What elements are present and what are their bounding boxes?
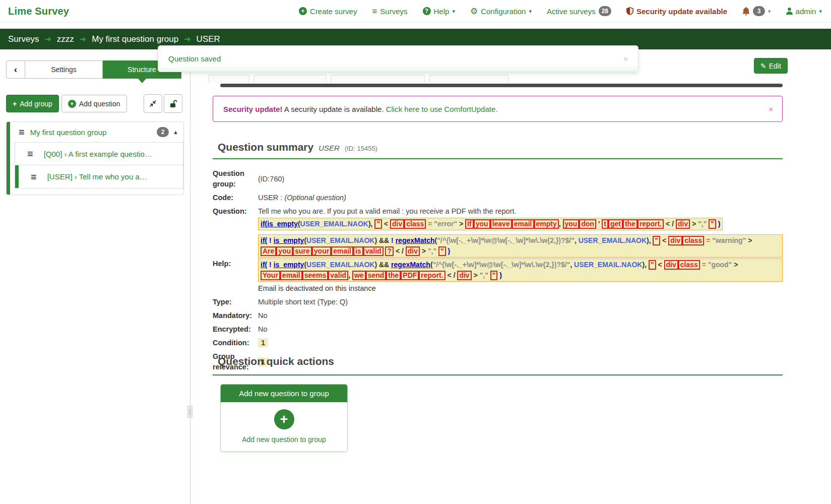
expression-token: email [280, 271, 302, 280]
question-id: (ID: 15455) [345, 145, 377, 152]
horizontal-scrollbar[interactable] [220, 84, 783, 87]
expression-token: send [366, 271, 387, 280]
hidden-tab[interactable] [429, 75, 509, 83]
expression-help-good: if( ! is_empty(USER_EMAIL.NAOK) && regex… [258, 259, 783, 282]
add-question-card-link[interactable]: Add new question to group [242, 435, 326, 444]
notification-count-badge: 3 [753, 6, 765, 16]
field-code: Code: USER : (Optional question) [213, 193, 783, 203]
expression-token: "warning" [712, 236, 746, 244]
field-condition: Condition: 1 [213, 338, 783, 348]
tree-group-row[interactable]: ≡ My first question group 2 ▲ [7, 122, 183, 142]
add-group-label: Add group [20, 100, 52, 108]
chevron-up-icon[interactable]: ▲ [173, 129, 178, 135]
nav-security-update-label: Security update available [636, 7, 727, 16]
field-type: Type: Multiple short text (Type: Q) [213, 297, 783, 307]
unlock-button[interactable] [164, 94, 182, 113]
breadcrumb-surveys[interactable]: Surveys [8, 34, 39, 44]
expression-token: don [579, 219, 596, 229]
expression-question: if(is_empty(USER_EMAIL.NAOK), " < divcla… [258, 218, 723, 230]
expression-token: , [570, 261, 572, 269]
expression-token: && [379, 236, 389, 244]
field-label: Question group: [213, 168, 258, 190]
expression-token: = [428, 220, 432, 228]
sidebar-resize-handle[interactable]: ⋮ [187, 406, 193, 418]
add-question-label: Add question [79, 100, 120, 108]
breadcrumb-survey-title[interactable]: zzzz [57, 34, 74, 44]
nav-help[interactable]: ? Help ▾ [423, 7, 455, 16]
hidden-tab[interactable] [331, 75, 425, 83]
expression-help-warning: if( ! is_empty(USER_EMAIL.NAOK) && ! reg… [258, 234, 783, 258]
nav-create-survey[interactable]: + Create survey [299, 7, 357, 16]
expression-token: div [676, 219, 690, 229]
expression-token: is [353, 246, 363, 256]
expression-token: , [559, 220, 561, 228]
drag-handle-icon[interactable]: ≡ [27, 149, 33, 159]
page-title: Question summary [218, 141, 313, 153]
hidden-tab[interactable] [208, 75, 249, 83]
question-text: Tell me who you are. If you put a valid … [258, 206, 783, 217]
tree-question-q00[interactable]: ≡ [Q00] › A first example questio… [15, 142, 183, 165]
active-surveys-count-badge: 28 [599, 6, 611, 16]
expression-token: div [668, 236, 682, 245]
expression-token: " [653, 236, 660, 245]
expression-token: > [474, 271, 478, 279]
field-value: No [258, 310, 783, 321]
expression-token: " [649, 260, 656, 270]
field-question-group: Question group: (ID:760) [213, 168, 783, 190]
nav-notifications[interactable]: 3 ▾ [742, 6, 771, 16]
add-question-card[interactable]: Add new question to group + Add new ques… [220, 384, 348, 452]
tab-settings[interactable]: Settings [25, 60, 103, 79]
expression-token: report. [419, 271, 445, 280]
nav-user-menu[interactable]: admin ▾ [786, 7, 822, 16]
expression-token: PDF [401, 271, 419, 280]
expression-token: = [706, 236, 710, 244]
expression-token: ! [269, 236, 272, 244]
expression-token: leave [490, 219, 512, 229]
breadcrumb-group[interactable]: My first question group [92, 34, 178, 44]
expression-token: < [658, 261, 662, 269]
drag-handle-icon[interactable]: ≡ [31, 172, 36, 182]
expression-token: > [459, 220, 463, 228]
email-deactivated-note: Email is deactivated on this instance [258, 283, 783, 294]
nav-surveys[interactable]: ≡ Surveys [372, 7, 407, 16]
shield-icon [626, 7, 633, 15]
add-question-button[interactable]: + Add question [61, 95, 127, 112]
navbar-menu: + Create survey ≡ Surveys ? Help ▾ ⚙ Con… [299, 6, 822, 16]
expression-token: if( [261, 220, 267, 228]
nav-create-survey-label: Create survey [310, 7, 357, 16]
collapse-all-button[interactable] [144, 94, 162, 113]
tree-question-user[interactable]: ≡ [USER] › Tell me who you a… [15, 165, 183, 188]
nav-active-surveys[interactable]: Active surveys 28 [547, 6, 611, 16]
expression-token: ! [391, 236, 394, 244]
add-group-button[interactable]: + Add group [6, 95, 59, 112]
nav-user-label: admin [796, 7, 816, 16]
nav-configuration[interactable]: ⚙ Configuration ▾ [470, 7, 532, 16]
expression-token: , [348, 271, 350, 279]
breadcrumb-question[interactable]: USER [197, 34, 220, 44]
chevron-down-icon: ▾ [452, 8, 455, 15]
expression-token: regexMatch [396, 236, 435, 244]
comfort-update-link[interactable]: Click here to use ComfortUpdate. [386, 105, 498, 113]
drag-handle-icon[interactable]: ≡ [19, 127, 24, 137]
close-icon[interactable]: × [623, 54, 628, 63]
sidebar-collapse-button[interactable]: ‹ [6, 60, 25, 79]
arrow-right-icon: ➜ [44, 34, 51, 44]
expression-token: div [390, 219, 404, 229]
close-icon[interactable]: × [769, 105, 773, 113]
expression-token: div [457, 271, 471, 280]
plus-circle-icon: + [274, 409, 294, 429]
expression-token: USER_EMAIL.NAOK [306, 236, 374, 244]
app-logo[interactable]: Lime Survey [8, 6, 69, 17]
edit-button[interactable]: ✎ Edit [754, 58, 788, 74]
chevron-down-icon: ▾ [768, 8, 771, 15]
nav-security-update[interactable]: Security update available [626, 7, 727, 16]
hidden-tab[interactable] [253, 75, 327, 83]
plus-icon: + [13, 100, 17, 108]
list-icon: ≡ [372, 7, 377, 16]
pencil-icon: ✎ [760, 62, 766, 70]
expression-token: / [402, 247, 404, 255]
tree-question-label: [Q00] › A first example questio… [44, 150, 152, 158]
user-icon [786, 8, 793, 15]
expression-token: ) [499, 271, 502, 279]
condition-value: 1 [258, 338, 268, 347]
